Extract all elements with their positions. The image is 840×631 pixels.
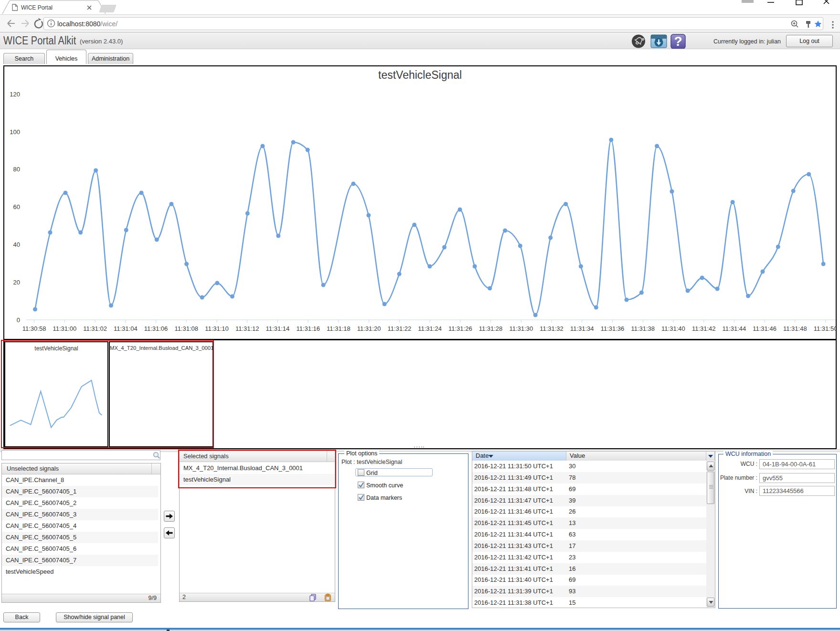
svg-text:11:31:14: 11:31:14 xyxy=(266,325,290,332)
svg-text:11:31:06: 11:31:06 xyxy=(144,325,168,332)
svg-text:11:30:58: 11:30:58 xyxy=(22,325,46,332)
svg-text:11:31:44: 11:31:44 xyxy=(723,325,746,332)
svg-text:11:31:04: 11:31:04 xyxy=(114,325,138,332)
svg-text:11:31:16: 11:31:16 xyxy=(296,325,320,332)
svg-text:11:31:28: 11:31:28 xyxy=(479,325,503,332)
svg-text:11:31:08: 11:31:08 xyxy=(174,325,198,332)
svg-text:11:31:48: 11:31:48 xyxy=(783,325,807,332)
svg-text:11:31:26: 11:31:26 xyxy=(448,325,472,332)
svg-text:60: 60 xyxy=(13,203,20,210)
svg-text:11:31:36: 11:31:36 xyxy=(601,325,625,332)
svg-text:11:31:00: 11:31:00 xyxy=(53,325,76,332)
svg-text:11:31:30: 11:31:30 xyxy=(509,325,533,332)
svg-text:11:31:50: 11:31:50 xyxy=(814,325,836,332)
svg-text:11:31:34: 11:31:34 xyxy=(570,325,594,332)
svg-text:11:31:42: 11:31:42 xyxy=(692,325,716,332)
svg-text:11:31:46: 11:31:46 xyxy=(753,325,776,332)
svg-text:40: 40 xyxy=(13,241,20,248)
svg-text:80: 80 xyxy=(13,166,20,173)
svg-text:11:31:10: 11:31:10 xyxy=(205,325,229,332)
svg-text:11:31:32: 11:31:32 xyxy=(540,325,564,332)
svg-text:11:31:40: 11:31:40 xyxy=(661,325,685,332)
svg-text:11:31:24: 11:31:24 xyxy=(418,325,442,332)
svg-text:11:31:12: 11:31:12 xyxy=(235,325,259,332)
svg-text:11:31:38: 11:31:38 xyxy=(631,325,655,332)
svg-text:?: ? xyxy=(674,34,682,49)
svg-text:11:31:20: 11:31:20 xyxy=(357,325,381,332)
svg-text:0: 0 xyxy=(17,316,20,324)
svg-text:20: 20 xyxy=(13,279,20,286)
svg-text:11:31:02: 11:31:02 xyxy=(83,325,107,332)
svg-text:120: 120 xyxy=(10,91,20,98)
svg-text:WICE Portal: WICE Portal xyxy=(21,4,53,11)
svg-text:11:31:18: 11:31:18 xyxy=(327,325,351,332)
svg-text:11:31:22: 11:31:22 xyxy=(388,325,412,332)
svg-text:100: 100 xyxy=(10,128,20,136)
